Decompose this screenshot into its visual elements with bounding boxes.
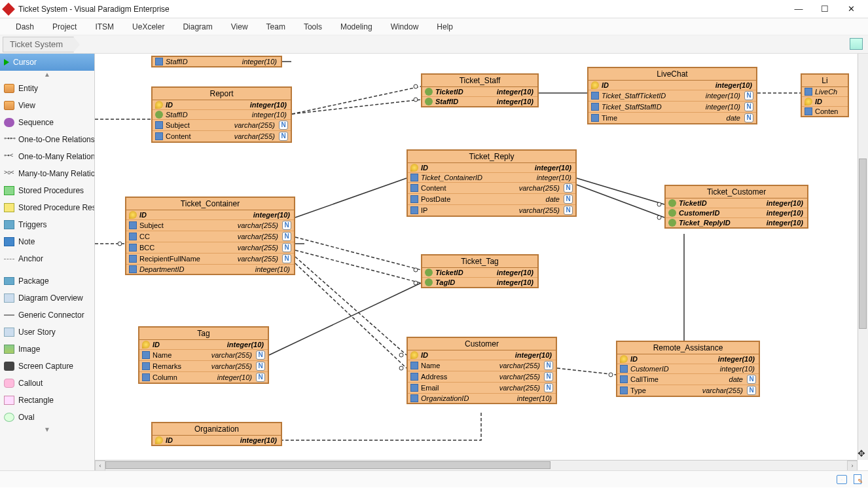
column-row[interactable]: StaffIDinteger(10) (422, 97, 537, 106)
mail-icon[interactable] (837, 475, 847, 484)
palette-over[interactable]: Diagram Overview (0, 290, 94, 307)
column-row[interactable]: PostDatedateN (408, 194, 575, 205)
palette-trig[interactable]: Triggers (0, 216, 94, 233)
palette-sp[interactable]: Stored Procedures (0, 182, 94, 199)
menu-tools[interactable]: Tools (295, 18, 331, 35)
column-row[interactable]: RecipientFullNamevarchar(255)N (126, 254, 294, 265)
palette-cap[interactable]: Screen Capture (0, 358, 94, 375)
palette-gen[interactable]: Generic Connector (0, 307, 94, 324)
column-row[interactable]: IDinteger(10) (617, 354, 759, 364)
h-scroll-thumb[interactable] (105, 461, 551, 469)
entity-report[interactable]: ReportIDinteger(10)StaffIDinteger(10)Sub… (151, 86, 292, 143)
column-row[interactable]: LiveCh (802, 87, 848, 97)
entity-live_frag[interactable]: LiLiveChIDConten (801, 73, 849, 117)
view-switcher-icon[interactable] (850, 38, 863, 50)
palette-down-arrow[interactable]: ▼ (0, 426, 94, 435)
column-row[interactable]: Contentvarchar(255)N (408, 183, 575, 194)
column-row[interactable]: Ticket_ContainerIDinteger(10) (408, 173, 575, 183)
entity-livechat[interactable]: LiveChatIDinteger(10)Ticket_StaffTicketI… (587, 67, 757, 124)
h-scroll-track[interactable] (105, 461, 847, 471)
entity-ticket_staff[interactable]: Ticket_StaffTicketIDinteger(10)StaffIDin… (421, 73, 539, 107)
column-row[interactable]: OrganizationIDinteger(10) (408, 394, 556, 403)
column-row[interactable]: IDinteger(10) (139, 340, 268, 350)
menu-project[interactable]: Project (43, 18, 86, 35)
column-row[interactable]: Contentvarchar(255)N (153, 131, 291, 141)
menu-itsm[interactable]: ITSM (86, 18, 123, 35)
column-row[interactable]: IDinteger(10) (126, 210, 294, 220)
pan-icon[interactable]: ✥ (856, 448, 867, 459)
column-row[interactable]: IDinteger(10) (408, 163, 575, 173)
breadcrumb[interactable]: Ticket System (3, 37, 74, 52)
menu-team[interactable]: Team (257, 18, 295, 35)
column-row[interactable]: ID (802, 97, 848, 107)
scroll-left-button[interactable]: ‹ (95, 461, 105, 471)
column-row[interactable]: CustomerIDinteger(10) (666, 208, 807, 218)
column-row[interactable]: StaffIDinteger(10) (153, 110, 291, 120)
menu-diagram[interactable]: Diagram (173, 18, 221, 35)
entity-ticket_tag[interactable]: Ticket_TagTicketIDinteger(10)TagIDintege… (421, 254, 539, 288)
column-row[interactable]: Subjectvarchar(255)N (126, 220, 294, 231)
menu-window[interactable]: Window (382, 18, 428, 35)
column-row[interactable]: CustomerIDinteger(10) (617, 364, 759, 374)
palette-cursor[interactable]: Cursor (0, 54, 94, 71)
entity-tag[interactable]: TagIDinteger(10)Namevarchar(255)NRemarks… (138, 326, 269, 384)
column-row[interactable]: Addressvarchar(255)N (408, 371, 556, 383)
column-row[interactable]: TicketIDinteger(10) (422, 87, 537, 97)
column-row[interactable]: IDinteger(10) (588, 81, 756, 90)
scroll-right-button[interactable]: › (847, 461, 858, 471)
entity-staffid_frag[interactable]: StaffIDinteger(10) (151, 56, 282, 67)
palette-spr[interactable]: Stored Procedure Resultset (0, 199, 94, 216)
edit-doc-icon[interactable] (854, 474, 861, 484)
palette-anchor[interactable]: Anchor (0, 250, 94, 267)
v-scroll-thumb[interactable] (859, 159, 867, 329)
column-row[interactable]: Typevarchar(255)N (617, 385, 759, 396)
palette-sequence[interactable]: Sequence (0, 114, 94, 131)
column-row[interactable]: TicketIDinteger(10) (666, 198, 807, 208)
diagram-canvas[interactable]: StaffIDinteger(10)ReportIDinteger(10)Sta… (95, 54, 868, 470)
column-row[interactable]: StaffIDinteger(10) (153, 57, 281, 66)
column-row[interactable]: Conten (802, 107, 848, 116)
maximize-button[interactable]: ☐ (812, 0, 838, 18)
minimize-button[interactable]: — (786, 0, 812, 18)
palette-img[interactable]: Image (0, 341, 94, 358)
entity-customer[interactable]: CustomerIDinteger(10)Namevarchar(255)NAd… (407, 337, 557, 404)
menu-dash[interactable]: Dash (7, 18, 43, 35)
column-row[interactable]: Subjectvarchar(255)N (153, 120, 291, 131)
column-row[interactable]: Ticket_ReplyIDinteger(10) (666, 218, 807, 227)
menu-help[interactable]: Help (427, 18, 462, 35)
column-row[interactable]: TagIDinteger(10) (422, 278, 537, 287)
entity-ticket_container[interactable]: Ticket_ContainerIDinteger(10)Subjectvarc… (125, 197, 295, 275)
palette-oval[interactable]: Oval (0, 409, 94, 426)
column-row[interactable]: IPvarchar(255)N (408, 205, 575, 216)
column-row[interactable]: Namevarchar(255)N (139, 350, 268, 361)
entity-ticket_reply[interactable]: Ticket_ReplyIDinteger(10)Ticket_Containe… (407, 149, 577, 217)
palette-many-many[interactable]: >o<Many-to-Many Relationship (0, 165, 94, 182)
column-row[interactable]: CallTimedateN (617, 374, 759, 385)
menu-modeling[interactable]: Modeling (331, 18, 382, 35)
palette-note[interactable]: Note (0, 233, 94, 250)
entity-remote[interactable]: Remote_AssistanceIDinteger(10)CustomerID… (616, 341, 760, 397)
column-row[interactable]: Ticket_StaffTicketIDinteger(10)N (588, 90, 756, 102)
column-row[interactable]: TicketIDinteger(10) (422, 268, 537, 278)
palette-view[interactable]: View (0, 97, 94, 114)
column-row[interactable]: TimedateN (588, 113, 756, 123)
column-row[interactable]: Ticket_StaffStaffIDinteger(10)N (588, 102, 756, 113)
entity-ticket_customer[interactable]: Ticket_CustomerTicketIDinteger(10)Custom… (664, 185, 808, 229)
entity-org[interactable]: OrganizationIDinteger(10) (151, 422, 282, 446)
palette-one-one[interactable]: ⊶⊷One-to-One Relationship (0, 131, 94, 148)
palette-rect[interactable]: Rectangle (0, 392, 94, 409)
column-row[interactable]: IDinteger(10) (408, 350, 556, 360)
palette-entity[interactable]: Entity (0, 80, 94, 97)
column-row[interactable]: CCvarchar(255)N (126, 231, 294, 242)
column-row[interactable]: Namevarchar(255)N (408, 360, 556, 371)
column-row[interactable]: BCCvarchar(255)N (126, 242, 294, 254)
palette-one-many[interactable]: ⊶<One-to-Many Relationship (0, 148, 94, 165)
menu-view[interactable]: View (222, 18, 257, 35)
column-row[interactable]: Remarksvarchar(255)N (139, 361, 268, 372)
palette-pkg[interactable]: Package (0, 273, 94, 290)
column-row[interactable]: DepartmentIDinteger(10) (126, 265, 294, 274)
horizontal-scrollbar[interactable]: ‹ › (95, 460, 858, 470)
menu-uexceler[interactable]: UeXceler (123, 18, 173, 35)
column-row[interactable]: IDinteger(10) (153, 436, 281, 445)
column-row[interactable]: IDinteger(10) (153, 100, 291, 110)
